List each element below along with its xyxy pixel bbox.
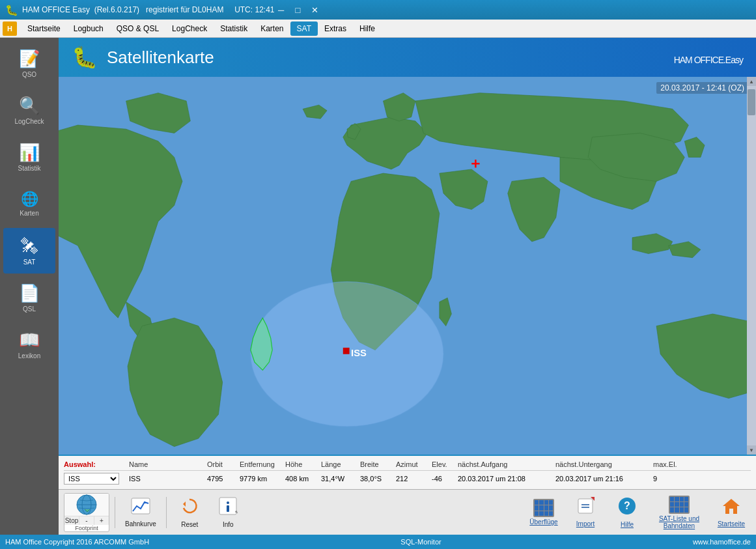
uberfuge-button[interactable]: Überflüge bbox=[524, 493, 563, 532]
import-button[interactable]: Import bbox=[566, 493, 605, 532]
info-label: Info bbox=[223, 521, 234, 528]
plus-button[interactable]: + bbox=[94, 516, 109, 525]
footprint-sub-buttons: Stop - + bbox=[64, 516, 109, 525]
cell-hohe: 408 km bbox=[285, 475, 321, 483]
sat-liste-label: SAT-Liste und Bahndaten bbox=[653, 515, 705, 529]
scroll-thumb[interactable] bbox=[748, 89, 755, 115]
bahnkurve-icon bbox=[130, 497, 151, 519]
content-area: 🐛 Satellitenkarte HAM OFFICE.Easy bbox=[59, 38, 756, 535]
reset-icon bbox=[180, 496, 199, 520]
startseite-button[interactable]: Startseite bbox=[712, 493, 751, 532]
sidebar-item-sat[interactable]: 🛰 SAT bbox=[3, 228, 55, 274]
content-header: 🐛 Satellitenkarte HAM OFFICE.Easy bbox=[59, 38, 756, 77]
import-label: Import bbox=[576, 520, 595, 528]
startseite-icon bbox=[721, 497, 741, 519]
sidebar-label-qso: QSO bbox=[22, 71, 36, 78]
menu-extras[interactable]: Extras bbox=[318, 21, 353, 36]
info-button[interactable]: Info bbox=[210, 493, 246, 532]
window-controls: ─ □ ✕ bbox=[275, 5, 322, 15]
world-map: ISS bbox=[59, 77, 756, 455]
map-scrollbar: ▲ ▼ bbox=[747, 77, 756, 455]
footprint-icon bbox=[76, 494, 98, 516]
menu-statistik[interactable]: Statistik bbox=[214, 21, 254, 36]
menu-hilfe[interactable]: Hilfe bbox=[353, 21, 382, 36]
col-header-name: Name bbox=[129, 460, 207, 468]
cell-aufgang: 20.03.2017 um 21:08 bbox=[458, 475, 555, 483]
cell-entfernung: 9779 km bbox=[240, 475, 285, 483]
reset-label: Reset bbox=[181, 521, 198, 528]
brand-logo: HAM OFFICE.Easy bbox=[674, 47, 743, 68]
menu-sat[interactable]: SAT bbox=[290, 21, 318, 36]
footprint-main-button[interactable] bbox=[64, 494, 109, 516]
karten-icon: 🌐 bbox=[21, 191, 38, 208]
col-header-hohe: Höhe bbox=[285, 460, 321, 468]
reset-button[interactable]: Reset bbox=[172, 493, 208, 532]
svg-marker-10 bbox=[183, 501, 186, 507]
satellite-data-table: Auswahl: Name Orbit Entfernung Höhe Läng… bbox=[59, 455, 756, 489]
sidebar-item-lexikon[interactable]: 📖 Lexikon bbox=[3, 322, 55, 367]
sidebar-label-logcheck: LogCheck bbox=[14, 118, 44, 125]
svg-rect-15 bbox=[578, 499, 593, 513]
menu-karten[interactable]: Karten bbox=[254, 21, 290, 36]
sidebar-label-sat: SAT bbox=[23, 259, 36, 266]
sidebar-item-qso[interactable]: 📝 QSO bbox=[3, 40, 55, 86]
sat-icon: 🛰 bbox=[21, 236, 38, 257]
map-container: ISS 20.03.2017 - 12:41 (OZ) ▲ ▼ bbox=[59, 77, 756, 455]
sidebar-label-lexikon: Lexikon bbox=[18, 352, 40, 359]
bahnkurve-button[interactable]: Bahnkurve bbox=[120, 493, 161, 532]
menu-startseite[interactable]: Startseite bbox=[21, 21, 67, 36]
sat-liste-button[interactable]: SAT-Liste und Bahndaten bbox=[649, 493, 709, 532]
bahnkurve-label: Bahnkurve bbox=[125, 520, 156, 528]
menu-logbuch[interactable]: Logbuch bbox=[67, 21, 110, 36]
toolbar-separator-2 bbox=[166, 497, 167, 528]
cell-elev: -46 bbox=[432, 475, 458, 483]
qsl-icon: 📄 bbox=[19, 283, 40, 303]
scroll-down-button[interactable]: ▼ bbox=[747, 445, 756, 455]
lexikon-icon: 📖 bbox=[19, 330, 40, 350]
app-logo: H bbox=[3, 21, 17, 36]
title-text: HAM OFFICE Easy (Rel.6.0.217) registrier… bbox=[22, 5, 275, 14]
footprint-compound: Stop - + Footprint bbox=[64, 493, 109, 532]
svg-rect-9 bbox=[132, 498, 150, 514]
qso-icon: 📝 bbox=[19, 49, 40, 69]
cell-azimut: 212 bbox=[396, 475, 432, 483]
minimize-button[interactable]: ─ bbox=[275, 5, 288, 15]
titlebar: 🐛 HAM OFFICE Easy (Rel.6.0.217) registri… bbox=[0, 0, 756, 20]
toolbar: Stop - + Footprint Bahnkurve bbox=[59, 489, 756, 535]
sidebar-item-statistik[interactable]: 📊 Statistik bbox=[3, 134, 55, 180]
col-header-orbit: Orbit bbox=[207, 460, 240, 468]
svg-text:ISS: ISS bbox=[351, 348, 367, 358]
table-data-row: ISS ISS 4795 9779 km 408 km 31,4°W 38,0°… bbox=[64, 471, 751, 486]
toolbar-separator-1 bbox=[115, 497, 115, 528]
hilfe-button[interactable]: ? Hilfe bbox=[608, 493, 647, 532]
import-icon bbox=[576, 497, 595, 519]
sidebar-item-karten[interactable]: 🌐 Karten bbox=[3, 181, 55, 227]
col-header-untergang: nächst.Untergang bbox=[555, 460, 653, 468]
sidebar-item-qsl[interactable]: 📄 QSL bbox=[3, 275, 55, 320]
statusbar: HAM Office Copyright 2016 ARCOMM GmbH SQ… bbox=[0, 535, 756, 549]
svg-rect-13 bbox=[227, 505, 229, 512]
cell-lange: 31,4°W bbox=[321, 475, 360, 483]
close-button[interactable]: ✕ bbox=[309, 5, 322, 15]
menu-logcheck[interactable]: LogCheck bbox=[165, 21, 214, 36]
scroll-track bbox=[747, 86, 756, 445]
col-header-lange: Länge bbox=[321, 460, 360, 468]
scroll-up-button[interactable]: ▲ bbox=[747, 77, 756, 86]
stop-button[interactable]: Stop bbox=[64, 516, 79, 525]
cell-maxel: 9 bbox=[653, 475, 686, 483]
maximize-button[interactable]: □ bbox=[292, 5, 305, 15]
logcheck-icon: 🔍 bbox=[19, 96, 40, 116]
col-header-auswahl: Auswahl: bbox=[64, 460, 129, 468]
startseite-label: Startseite bbox=[718, 520, 745, 528]
col-header-aufgang: nächst.Aufgang bbox=[458, 460, 555, 468]
sidebar-item-logcheck[interactable]: 🔍 LogCheck bbox=[3, 87, 55, 133]
menu-qso-qsl[interactable]: QSO & QSL bbox=[110, 21, 165, 36]
svg-point-12 bbox=[227, 501, 229, 504]
sidebar: 📝 QSO 🔍 LogCheck 📊 Statistik 🌐 Karten 🛰 … bbox=[0, 38, 59, 535]
sidebar-label-statistik: Statistik bbox=[18, 165, 40, 172]
footprint-label: Footprint bbox=[64, 525, 109, 531]
svg-marker-21 bbox=[723, 499, 740, 514]
auswahl-dropdown[interactable]: ISS bbox=[64, 473, 119, 485]
minus-button[interactable]: - bbox=[79, 516, 94, 525]
info-icon bbox=[218, 496, 238, 520]
